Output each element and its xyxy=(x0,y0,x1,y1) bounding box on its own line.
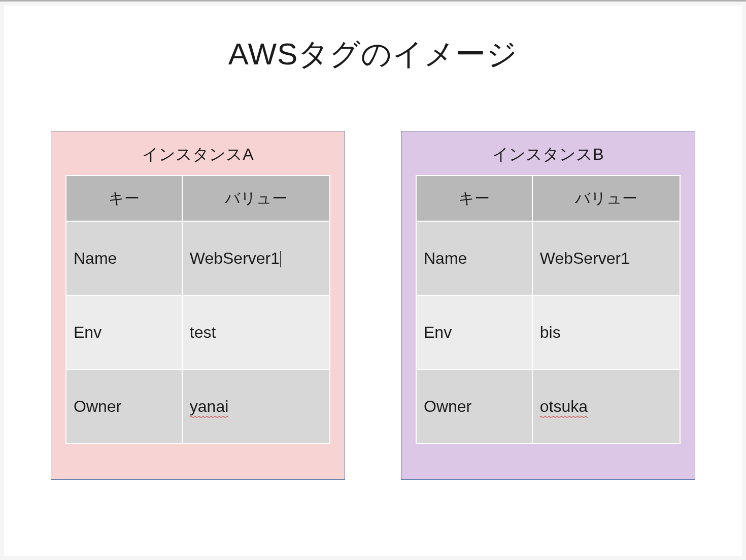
cell-value: yanai xyxy=(182,369,330,443)
table-row: Name WebServer1 xyxy=(66,221,330,295)
cell-value: test xyxy=(182,295,330,369)
cell-key: Name xyxy=(66,221,182,295)
table-row: Name WebServer1 xyxy=(416,221,680,295)
cell-value-text: WebServer1 xyxy=(190,249,280,267)
cell-value: WebServer1 xyxy=(182,221,330,295)
page-title: AWSタグのイメージ xyxy=(4,6,742,131)
col-header-value: バリュー xyxy=(182,176,330,221)
instance-a-table: キー バリュー Name WebServer1 Env test Owner xyxy=(65,175,330,444)
cell-key: Owner xyxy=(416,369,532,443)
table-row: Owner yanai xyxy=(66,369,330,443)
col-header-key: キー xyxy=(416,176,532,221)
table-row: Env bis xyxy=(416,295,680,369)
col-header-value: バリュー xyxy=(532,176,680,221)
cell-key: Name xyxy=(416,221,532,295)
table-row: Env test xyxy=(66,295,330,369)
text-caret-icon xyxy=(280,251,281,267)
instance-b-label: インスタンスB xyxy=(416,138,681,175)
spellcheck-squiggle-icon: otsuka xyxy=(540,397,588,416)
col-header-key: キー xyxy=(66,176,182,221)
table-row: Owner otsuka xyxy=(416,369,680,443)
cell-value: WebServer1 xyxy=(532,221,680,295)
cell-value: otsuka xyxy=(532,369,680,443)
cell-value: bis xyxy=(532,295,680,369)
table-header-row: キー バリュー xyxy=(416,176,680,221)
table-header-row: キー バリュー xyxy=(66,176,330,221)
cell-key: Owner xyxy=(66,369,182,443)
cell-key: Env xyxy=(416,295,532,369)
cell-key: Env xyxy=(66,295,182,369)
instance-b-table: キー バリュー Name WebServer1 Env bis Owner xyxy=(416,175,681,444)
spellcheck-squiggle-icon: yanai xyxy=(190,397,229,416)
instance-cards: インスタンスA キー バリュー Name WebServer1 Env tes xyxy=(4,131,742,480)
slide: AWSタグのイメージ インスタンスA キー バリュー Name WebServe… xyxy=(4,6,742,556)
instance-a-label: インスタンスA xyxy=(65,138,330,175)
instance-card-a: インスタンスA キー バリュー Name WebServer1 Env tes xyxy=(51,131,345,480)
instance-card-b: インスタンスB キー バリュー Name WebServer1 Env bis xyxy=(401,131,695,480)
